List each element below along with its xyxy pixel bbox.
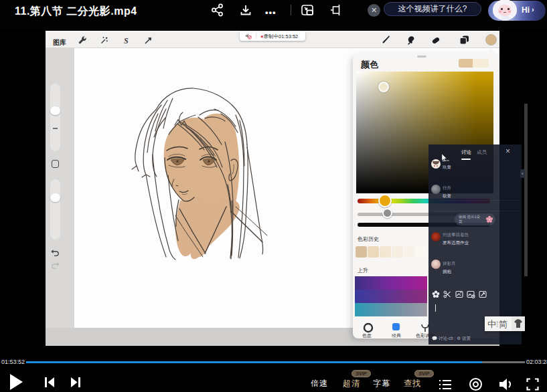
svg-text:S: S xyxy=(124,36,129,45)
